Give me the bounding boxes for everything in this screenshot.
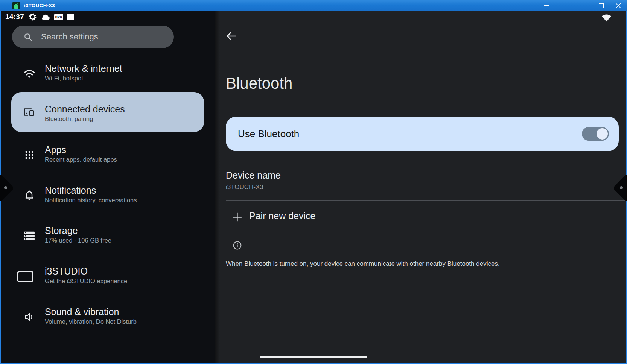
search-icon: [23, 32, 33, 42]
pair-new-device-label: Pair new device: [249, 211, 315, 221]
search-placeholder: Search settings: [41, 32, 98, 42]
settings-gear-icon: [29, 13, 37, 21]
use-bluetooth-card[interactable]: Use Bluetooth: [226, 117, 619, 151]
sidebar-item-apps[interactable]: Apps Recent apps, default apps: [1, 137, 204, 173]
bell-icon: [20, 187, 38, 205]
sidebar-item-sublabel: Bluetooth, pairing: [45, 115, 93, 123]
right-edge-handle-dot: [620, 186, 623, 189]
maximize-button[interactable]: [595, 0, 607, 11]
device-name-row[interactable]: Device name i3TOUCH-X3: [215, 166, 626, 202]
sidebar-item-label: Connected devices: [45, 104, 125, 115]
sidebar-item-sound-vibration[interactable]: Sound & vibration Volume, vibration, Do …: [1, 299, 204, 335]
sidebar-item-sublabel: Recent apps, default apps: [45, 156, 117, 163]
back-arrow-icon: [226, 31, 237, 41]
cloud-icon: [41, 14, 50, 21]
storage-icon: [20, 227, 38, 245]
bluetooth-detail-pane: Bluetooth Use Bluetooth Device name i3TO…: [215, 11, 626, 363]
sidebar-item-notifications[interactable]: Notifications Notification history, conv…: [1, 177, 204, 214]
display-icon: [16, 267, 34, 285]
devices-icon: [20, 103, 38, 121]
search-input[interactable]: Search settings: [12, 26, 174, 48]
sidebar-item-sublabel: Get the i3STUDIO experience: [45, 278, 127, 285]
apps-grid-icon: [20, 146, 38, 164]
android-app-icon: [12, 2, 20, 9]
window-titlebar: i3TOUCH-X3: [0, 0, 627, 11]
sidebar-item-sublabel: Notification history, conversations: [45, 197, 137, 204]
use-bluetooth-label: Use Bluetooth: [238, 117, 299, 151]
page-title: Bluetooth: [226, 74, 292, 93]
device-name-label: Device name: [226, 170, 281, 181]
section-divider: [226, 200, 626, 201]
home-indicator-bar[interactable]: [260, 356, 367, 358]
sidebar-item-network-internet[interactable]: Network & internet Wi-Fi, hotspot: [1, 56, 204, 92]
sidebar-item-label: i3STUDIO: [45, 266, 88, 277]
info-icon: [233, 241, 242, 252]
sidebar-item-label: Apps: [45, 144, 66, 155]
close-button[interactable]: [612, 0, 625, 11]
window-title: i3TOUCH-X3: [24, 3, 55, 8]
status-bar-left: 14:37 DVR: [5, 11, 74, 23]
wifi-status-icon: [601, 14, 612, 23]
minimize-button[interactable]: [540, 0, 553, 11]
sidebar-item-connected-devices[interactable]: Connected devices Bluetooth, pairing: [11, 92, 204, 132]
sidebar-item-label: Notifications: [45, 185, 96, 196]
toggle-thumb: [597, 128, 608, 140]
sidebar-item-sublabel: 17% used - 106 GB free: [45, 237, 111, 244]
wifi-icon: [20, 65, 38, 83]
sidebar-item-sublabel: Wi-Fi, hotspot: [45, 75, 83, 82]
speaker-icon: [20, 308, 38, 326]
status-clock: 14:37: [5, 13, 24, 21]
dvr-badge: DVR: [54, 14, 63, 20]
sidebar-item-label: Network & internet: [45, 63, 122, 74]
sidebar-item-sublabel: Volume, vibration, Do Not Disturb: [45, 318, 137, 325]
settings-sidebar: 14:37 DVR Search settings: [1, 11, 215, 363]
app-window: i3TOUCH-X3 14:37 DVR: [0, 0, 627, 364]
bluetooth-info-text: When Bluetooth is turned on, your device…: [226, 260, 500, 268]
bluetooth-toggle[interactable]: [582, 127, 609, 141]
sidebar-item-label: Sound & vibration: [45, 306, 119, 317]
close-icon: [616, 3, 621, 8]
sidebar-item-label: Storage: [45, 225, 78, 236]
left-edge-handle-dot: [4, 186, 7, 189]
plus-icon: [232, 212, 242, 224]
screen-square-icon: [67, 14, 74, 20]
device-name-value: i3TOUCH-X3: [226, 184, 263, 191]
sidebar-item-storage[interactable]: Storage 17% used - 106 GB free: [1, 218, 204, 254]
sidebar-item-i3studio[interactable]: i3STUDIO Get the i3STUDIO experience: [1, 258, 204, 294]
back-button[interactable]: [226, 31, 238, 43]
pair-new-device-row[interactable]: Pair new device: [215, 205, 626, 232]
